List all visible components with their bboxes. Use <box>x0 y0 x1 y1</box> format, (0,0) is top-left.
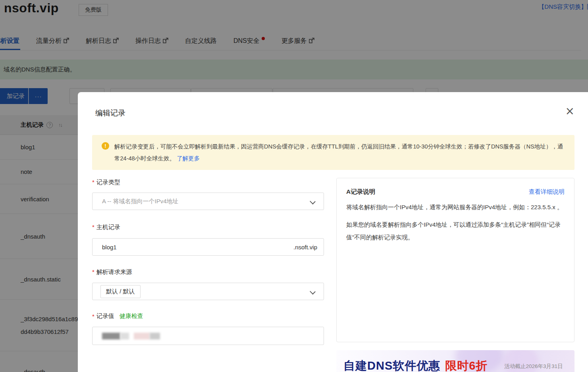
record-value-label-row: *记录值 健康检查 <box>92 312 324 320</box>
required-asterisk: * <box>92 224 94 230</box>
promo-banner[interactable]: 自建DNS软件优惠 限时6折 活动截止2026年3月31日 <box>336 350 575 372</box>
promo-deadline: 活动截止2026年3月31日 <box>504 363 563 370</box>
chevron-down-icon <box>310 289 316 295</box>
help-paragraph: 将域名解析指向一个IPv4地址，通常为网站服务器的IPv4地址，例如：223.5… <box>346 201 565 214</box>
host-record-value: blog1 <box>102 244 117 251</box>
line-select[interactable]: 默认 / 默认 <box>92 283 324 300</box>
edit-record-form: *记录类型 A -- 将域名指向一个IPv4地址 *主机记录 blog1 .ns… <box>92 178 324 345</box>
redaction-block <box>134 333 150 339</box>
promo-discount: 限时6折 <box>445 358 488 372</box>
close-icon[interactable]: × <box>565 106 575 117</box>
record-type-help-card: A记录说明 查看详细说明 将域名解析指向一个IPv4地址，通常为网站服务器的IP… <box>336 178 575 342</box>
help-paragraph: 如果您的域名要解析指向多个IPv4地址，可以通过添加多条“主机记录”相同但“记录… <box>346 218 565 244</box>
modal-title: 编辑记录 <box>95 108 125 118</box>
record-value-label: 记录值 <box>96 312 114 320</box>
record-type-label-row: *记录类型 <box>92 179 324 186</box>
redaction-block <box>120 333 129 339</box>
promo-content: 自建DNS软件优惠 限时6折 活动截止2026年3月31日 <box>343 358 563 372</box>
required-asterisk: * <box>92 313 94 320</box>
promo-title: 自建DNS软件优惠 <box>343 358 440 372</box>
redaction-block <box>102 333 120 339</box>
learn-more-link[interactable]: 了解更多 <box>177 155 200 162</box>
view-details-link[interactable]: 查看详细说明 <box>529 188 565 196</box>
host-record-label-row: *主机记录 <box>92 224 324 231</box>
line-tag: 默认 / 默认 <box>100 285 141 298</box>
required-asterisk: * <box>92 268 94 275</box>
line-label: 解析请求来源 <box>96 268 132 275</box>
line-label-row: *解析请求来源 <box>92 268 324 276</box>
app-window: nsoft.vip 免费版 【DNS容灾切换】限 解析设置 流量分析 解析日志 … <box>0 0 588 372</box>
help-card-title: A记录说明 <box>346 188 375 196</box>
health-check-link[interactable]: 健康检查 <box>120 312 143 320</box>
help-card-header: A记录说明 查看详细说明 <box>346 188 565 196</box>
chevron-down-icon <box>310 199 316 204</box>
host-record-label: 主机记录 <box>96 224 120 230</box>
redaction-block <box>150 333 160 339</box>
host-record-input[interactable]: blog1 .nsoft.vip <box>92 238 324 256</box>
warning-text: 解析记录变更后，可能不会立即解析到最新结果，因运营商DNS会缓存记录，在缓存TT… <box>114 141 567 164</box>
redacted-record-value <box>102 333 160 339</box>
record-type-select[interactable]: A -- 将域名指向一个IPv4地址 <box>92 193 324 210</box>
edit-record-modal: 编辑记录 × ! 解析记录变更后，可能不会立即解析到最新结果，因运营商DNS会缓… <box>78 92 588 372</box>
record-type-value: A -- 将域名指向一个IPv4地址 <box>102 198 179 205</box>
record-type-label: 记录类型 <box>96 179 120 185</box>
domain-suffix: .nsoft.vip <box>293 244 317 251</box>
warning-icon: ! <box>102 142 109 150</box>
required-asterisk: * <box>92 179 94 185</box>
ttl-warning-banner: ! 解析记录变更后，可能不会立即解析到最新结果，因运营商DNS会缓存记录，在缓存… <box>92 135 575 170</box>
record-value-input[interactable] <box>92 327 324 345</box>
